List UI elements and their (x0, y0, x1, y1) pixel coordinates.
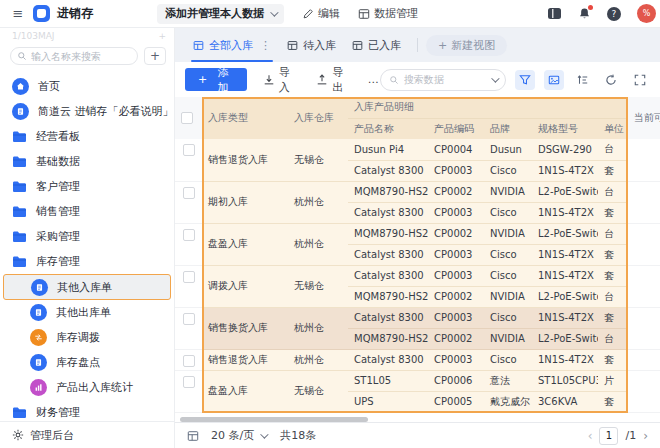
panel-toggle-icon[interactable] (547, 7, 562, 20)
row-checkbox[interactable] (183, 376, 195, 388)
display-settings-button[interactable] (544, 70, 564, 90)
fullscreen-button[interactable] (630, 70, 650, 90)
page-size-select[interactable]: 20 条/页 (211, 428, 266, 443)
table-header-row: 入库类型 入库仓库 入库产品明细 当前可 (175, 97, 660, 118)
add-app-button[interactable]: + (144, 47, 166, 65)
chevron-down-icon (260, 430, 268, 438)
view-tabbar: 全部入库 ⋮ 待入库 已入库 + 新建视图 (175, 28, 660, 62)
admin-backend-button[interactable]: 管理后台 (0, 421, 174, 448)
tab-more-icon[interactable]: ⋮ (260, 39, 271, 52)
table-view-icon (352, 40, 363, 51)
app-logo-icon (33, 5, 50, 22)
sidebar-item-home[interactable]: 首页 (0, 74, 174, 99)
folder-icon (12, 130, 27, 143)
page-input[interactable]: 1 (599, 427, 618, 445)
tab-pending-inbound[interactable]: 待入库 (279, 28, 344, 62)
table-row[interactable]: 销售换货入库 杭州仓 Catalyst 8300 CP0003 Cisco 1N… (175, 307, 660, 328)
sidebar-item-transfer[interactable]: 库存调拨 (0, 325, 174, 350)
sidebar-item-other-inbound[interactable]: 其他入库单 (3, 274, 171, 300)
plus-icon: + (198, 73, 207, 86)
row-checkbox[interactable] (183, 229, 195, 241)
col-brand: 品牌 (484, 118, 532, 139)
sidebar-item-stocktake[interactable]: 库存盘点 (0, 350, 174, 375)
col-type: 入库类型 (202, 97, 288, 139)
table-row[interactable]: 期初入库 杭州仓 MQM8790-HS2R CP0002 NVIDIA L2-P… (175, 181, 660, 202)
divider (417, 38, 418, 52)
edit-button[interactable]: 编辑 (302, 6, 340, 21)
help-icon[interactable]: ? (607, 7, 621, 21)
filter-button[interactable] (515, 70, 535, 90)
table-row[interactable]: 调拨入库 无锡仓 Catalyst 8300 CP0003 Cisco 1N1S… (175, 265, 660, 286)
sidebar-search-input-wrap (10, 47, 138, 65)
import-button[interactable]: 导入 (263, 65, 301, 95)
tab-done-inbound[interactable]: 已入库 (344, 28, 409, 62)
folder-icon (12, 205, 27, 218)
sidebar-menu: 首页 简道云 进销存「必看说明」 经营看板 基础数据 客户管理 销售管理 采购管… (0, 74, 174, 425)
sidebar-item-guide[interactable]: 简道云 进销存「必看说明」 (0, 99, 174, 124)
table-row[interactable]: 销售退货入库 无锡仓 Dusun Pi4 CP0004 Dusun DSGW-2… (175, 139, 660, 160)
sort-button[interactable] (573, 70, 593, 90)
data-search-box (380, 69, 507, 91)
col-warehouse: 入库仓库 (288, 97, 348, 139)
row-checkbox[interactable] (183, 355, 195, 367)
tab-all-inbound[interactable]: 全部入库 ⋮ (185, 28, 279, 62)
grid-icon (358, 8, 370, 20)
export-icon (316, 74, 328, 86)
sidebar-item-dashboard[interactable]: 经营看板 (0, 124, 174, 149)
clipped-text: 1/103MAJ + (12, 31, 166, 43)
document-icon (31, 279, 48, 296)
table-row[interactable]: 盘盈入库 无锡仓 ST1L05 CP0006 意法 ST1L05CPU33R 片 (175, 370, 660, 391)
refresh-button[interactable] (602, 70, 622, 90)
sidebar-item-other-outbound[interactable]: 其他出库单 (0, 300, 174, 325)
next-page-button[interactable]: › (643, 429, 648, 443)
scope-label: 添加并管理本人数据 (165, 6, 264, 21)
folder-icon (12, 406, 27, 419)
notification-bell-icon[interactable] (578, 7, 591, 20)
folder-icon (12, 255, 27, 268)
table-view-icon (287, 40, 298, 51)
add-button[interactable]: + 添加 (185, 68, 247, 91)
col-detail-group: 入库产品明细 (348, 97, 628, 118)
gear-icon (12, 429, 24, 441)
notification-dot (588, 5, 593, 10)
scope-dropdown[interactable]: 添加并管理本人数据 (157, 4, 284, 24)
avatar[interactable]: % (637, 4, 656, 23)
col-spec: 规格型号 (532, 118, 598, 139)
sidebar-item-stats[interactable]: 产品出入库统计 (0, 375, 174, 400)
table-row[interactable]: 销售退货入库 杭州仓 Catalyst 8300 CP0003 Cisco 1N… (175, 349, 660, 370)
export-button[interactable]: 导出 (316, 65, 354, 95)
folder-icon (12, 155, 27, 168)
toolbar: + 添加 导入 导出 … (175, 62, 660, 97)
sidebar-search-input[interactable] (31, 51, 131, 62)
document-icon (30, 354, 47, 371)
hamburger-icon[interactable]: ≡ (10, 6, 26, 21)
select-all-checkbox[interactable] (181, 112, 193, 124)
prev-page-button[interactable]: ‹ (588, 429, 593, 443)
more-actions-button[interactable]: … (368, 73, 380, 86)
sidebar-item-inventory[interactable]: 库存管理 (0, 249, 174, 274)
col-code: 产品编码 (428, 118, 484, 139)
top-header: ≡ 进销存 添加并管理本人数据 编辑 数据管理 ? % (0, 0, 660, 28)
data-manage-button[interactable]: 数据管理 (358, 6, 418, 21)
row-checkbox[interactable] (183, 187, 195, 199)
sidebar-item-customers[interactable]: 客户管理 (0, 174, 174, 199)
col-unit: 单位 (598, 118, 628, 139)
sidebar: 1/103MAJ + + 首页 简道云 进销存「必看说明」 经营看板 基础数据 … (0, 28, 175, 448)
row-checkbox[interactable] (183, 144, 195, 156)
document-icon (30, 304, 47, 321)
table-row[interactable]: 盘盈入库 杭州仓 MQM8790-HS2R CP0002 NVIDIA L2-P… (175, 223, 660, 244)
row-checkbox[interactable] (183, 313, 195, 325)
plus-icon: + (438, 39, 447, 52)
total-records: 共18条 (280, 428, 316, 443)
total-pages: /1 (625, 429, 636, 442)
sidebar-item-sales[interactable]: 销售管理 (0, 199, 174, 224)
data-search-input[interactable] (404, 74, 487, 85)
sidebar-item-purchase[interactable]: 采购管理 (0, 224, 174, 249)
chevron-down-icon[interactable] (491, 74, 499, 82)
sidebar-item-basedata[interactable]: 基础数据 (0, 149, 174, 174)
row-checkbox[interactable] (183, 271, 195, 283)
header-checkbox-cell (175, 97, 202, 139)
folder-icon (12, 180, 27, 193)
clipped-plus-icon: + (158, 31, 166, 43)
new-view-button[interactable]: + 新建视图 (426, 35, 507, 56)
